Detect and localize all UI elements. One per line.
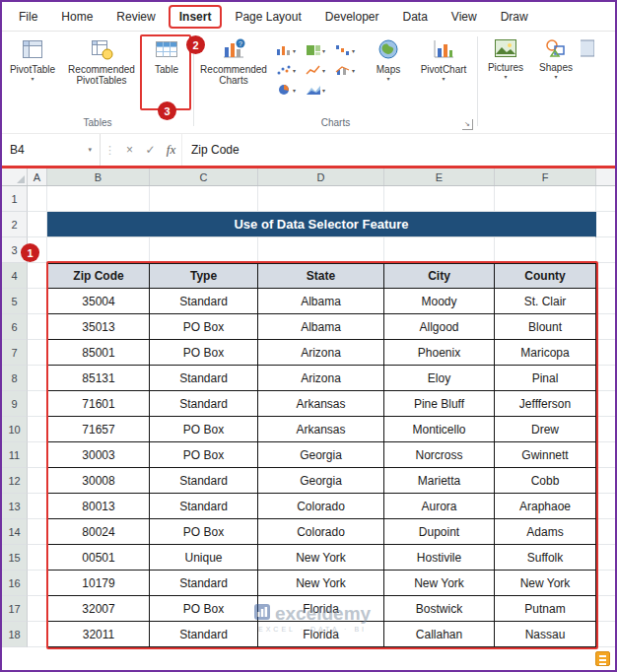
cell[interactable]: 32007 [47, 596, 150, 622]
row-header[interactable]: 17 [2, 596, 28, 622]
cell[interactable]: Arkansas [258, 391, 384, 417]
cell[interactable] [28, 442, 47, 468]
row-header[interactable]: 8 [2, 366, 28, 391]
cell[interactable]: 30003 [47, 442, 150, 468]
cell[interactable]: Blount [495, 314, 596, 340]
formula-input[interactable]: Zip Code [181, 134, 615, 166]
cell[interactable] [596, 212, 615, 237]
cell[interactable]: Phoenix [384, 340, 495, 366]
cell[interactable]: Type [150, 263, 258, 289]
cell[interactable] [150, 237, 258, 263]
cell[interactable]: 35004 [47, 289, 150, 314]
cell[interactable] [47, 237, 150, 263]
cell[interactable] [596, 442, 615, 468]
cell[interactable]: Putnam [495, 596, 596, 622]
cell[interactable]: Monticello [384, 417, 495, 442]
row-header[interactable]: 6 [2, 314, 28, 340]
cell[interactable]: 85001 [47, 340, 150, 366]
cell[interactable]: Hostivile [384, 545, 495, 571]
cell[interactable] [596, 289, 615, 314]
cell[interactable]: Albama [258, 289, 384, 314]
cell[interactable] [596, 571, 615, 596]
cell[interactable]: 71657 [47, 417, 150, 442]
cell[interactable]: PO Box [150, 596, 258, 622]
cell[interactable]: Pinal [495, 366, 596, 391]
cell[interactable]: PO Box [150, 519, 258, 545]
cell[interactable]: Standard [150, 494, 258, 519]
cell[interactable]: PO Box [150, 340, 258, 366]
cell[interactable]: Florida [258, 622, 384, 647]
insert-combo-chart-button[interactable]: ▾ [334, 62, 361, 79]
cell[interactable] [28, 417, 47, 442]
tab-page-layout[interactable]: Page Layout [224, 5, 311, 29]
cell[interactable] [28, 596, 47, 622]
cell[interactable] [596, 340, 615, 366]
name-box[interactable]: B4 ▾ [2, 134, 101, 166]
cell[interactable] [28, 391, 47, 417]
cell[interactable]: Nassau [495, 622, 596, 647]
row-header[interactable]: 10 [2, 417, 28, 442]
row-header[interactable]: 18 [2, 622, 28, 647]
cell[interactable]: Florida [258, 596, 384, 622]
cell[interactable]: New York [384, 571, 495, 596]
cell[interactable]: Standard [150, 468, 258, 494]
cell[interactable]: Albama [258, 314, 384, 340]
cell[interactable] [28, 186, 47, 212]
cell[interactable]: 80013 [47, 494, 150, 519]
cell[interactable] [384, 186, 495, 212]
row-header[interactable]: 4 [2, 263, 28, 289]
cell[interactable]: Gwinnett [495, 442, 596, 468]
tab-draw[interactable]: Draw [490, 5, 539, 29]
cell[interactable]: 00501 [47, 545, 150, 571]
cell[interactable]: Standard [150, 391, 258, 417]
cell[interactable]: 80024 [47, 519, 150, 545]
insert-line-chart-button[interactable]: ▾ [305, 62, 331, 79]
cell[interactable] [596, 494, 615, 519]
cell[interactable]: Georgia [258, 442, 384, 468]
select-all-corner[interactable] [2, 168, 28, 185]
cell[interactable]: Bostwick [384, 596, 495, 622]
cell[interactable]: Standard [150, 289, 258, 314]
cell[interactable]: Cobb [495, 468, 596, 494]
row-header[interactable]: 1 [2, 186, 28, 212]
cell[interactable] [28, 494, 47, 519]
column-header-e[interactable]: E [384, 168, 495, 185]
cell[interactable] [596, 468, 615, 494]
cell[interactable]: Unique [150, 545, 258, 571]
cell[interactable] [28, 519, 47, 545]
row-header[interactable]: 9 [2, 391, 28, 417]
cell[interactable]: Standard [150, 622, 258, 647]
cell[interactable]: PO Box [150, 442, 258, 468]
row-header[interactable]: 7 [2, 340, 28, 366]
name-box-dropdown-icon[interactable]: ▾ [88, 146, 92, 154]
cell[interactable]: Norcross [384, 442, 495, 468]
row-header[interactable]: 14 [2, 519, 28, 545]
cell[interactable]: PO Box [150, 314, 258, 340]
cell[interactable]: Zip Code [47, 263, 150, 289]
column-header-a[interactable]: A [28, 168, 47, 185]
cell[interactable] [150, 186, 258, 212]
cell[interactable]: 10179 [47, 571, 150, 596]
cell[interactable]: Drew [495, 417, 596, 442]
cell[interactable]: 30008 [47, 468, 150, 494]
enter-icon[interactable]: ✓ [140, 134, 161, 166]
cell[interactable]: Jeffferson [495, 391, 596, 417]
cell[interactable]: Colorado [258, 494, 384, 519]
pivotchart-button[interactable]: PivotChart ▾ [412, 34, 475, 83]
column-header-b[interactable]: B [47, 168, 150, 185]
shapes-button[interactable]: Shapes ▾ [531, 34, 581, 81]
insert-scatter-chart-button[interactable]: ▾ [275, 62, 302, 79]
cell[interactable] [596, 314, 615, 340]
row-header[interactable]: 5 [2, 289, 28, 314]
table-button[interactable]: Table [142, 34, 191, 76]
row-header[interactable]: 15 [2, 545, 28, 571]
cell[interactable]: State [258, 263, 384, 289]
cell[interactable]: New York [258, 545, 384, 571]
cell[interactable]: Callahan [384, 622, 495, 647]
tab-view[interactable]: View [441, 5, 488, 29]
cell[interactable] [28, 314, 47, 340]
cell[interactable] [28, 212, 47, 237]
charts-dialog-launcher-icon[interactable]: ↘ [462, 119, 473, 130]
cell[interactable] [28, 289, 47, 314]
cell[interactable]: Allgood [384, 314, 495, 340]
